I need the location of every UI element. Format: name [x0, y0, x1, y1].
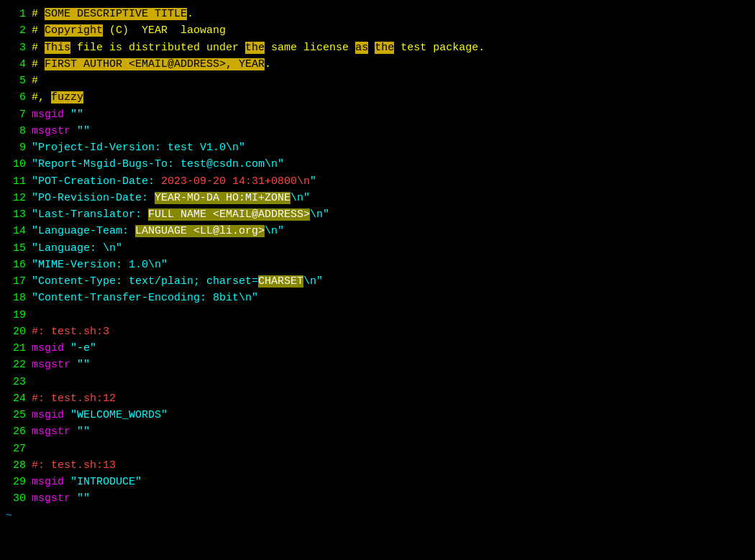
line-content: "POT-Creation-Date: 2023-09-20 14:31+080… [32, 173, 749, 190]
code-line: 10"Report-Msgid-Bugs-To: test@csdn.com\n… [0, 156, 755, 173]
line-number: 16 [6, 257, 26, 273]
code-token: "PO-Revision-Date: [32, 192, 155, 204]
line-number: 18 [6, 290, 26, 306]
code-token: # [32, 8, 45, 20]
line-content: msgstr "" [32, 490, 749, 507]
line-content: #: test.sh:12 [32, 390, 749, 407]
code-editor: 1# SOME DESCRIPTIVE TITLE.2# Copyright (… [0, 6, 755, 508]
code-token: msgid [32, 109, 64, 121]
code-token: " [310, 175, 316, 188]
code-token: This [45, 42, 70, 54]
line-content: msgid "INTRODUCE" [32, 474, 749, 490]
code-token: \n" [310, 208, 329, 221]
code-token: msgid [32, 342, 64, 354]
line-content [32, 374, 749, 390]
line-number: 3 [6, 40, 26, 56]
code-line: 3# This file is distributed under the sa… [0, 40, 755, 56]
line-content: msgstr "" [32, 123, 749, 139]
line-number: 9 [6, 139, 26, 156]
code-token: "-e" [64, 342, 96, 354]
code-token: YEAR-MO-DA HO:MI+ZONE [155, 192, 290, 204]
code-token: "WELCOME_WORDS" [64, 409, 168, 421]
code-line: 12"PO-Revision-Date: YEAR-MO-DA HO:MI+ZO… [0, 190, 755, 206]
line-number: 22 [6, 357, 26, 373]
code-line: 26msgstr "" [0, 423, 755, 440]
line-number: 12 [6, 190, 26, 206]
line-content: #, fuzzy [32, 89, 749, 106]
line-content: msgid "WELCOME_WORDS" [32, 407, 749, 423]
code-token: Copyright [45, 24, 103, 37]
code-line: 4# FIRST AUTHOR <EMAIL@ADDRESS>, YEAR. [0, 56, 755, 73]
line-content: "Report-Msgid-Bugs-To: test@csdn.com\n" [32, 156, 749, 173]
code-token: "Last-Translator: [32, 208, 148, 221]
code-line: 11"POT-Creation-Date: 2023-09-20 14:31+0… [0, 173, 755, 190]
code-line: 1# SOME DESCRIPTIVE TITLE. [0, 6, 755, 22]
line-content: # Copyright (C) YEAR laowang [32, 22, 749, 39]
code-token: \n" [290, 192, 310, 204]
line-number: 27 [6, 441, 26, 457]
code-line: 24#: test.sh:12 [0, 390, 755, 407]
code-token: #: test.sh:3 [32, 326, 109, 338]
line-number: 6 [6, 89, 26, 106]
tilde-indicator: ~ [0, 508, 755, 524]
line-content: # FIRST AUTHOR <EMAIL@ADDRESS>, YEAR. [32, 56, 749, 73]
code-line: 8msgstr "" [0, 123, 755, 139]
code-line: 18"Content-Transfer-Encoding: 8bit\n" [0, 290, 755, 306]
code-token: "" [64, 109, 83, 121]
code-token: \n" [303, 275, 323, 288]
code-token: "INTRODUCE" [64, 476, 142, 488]
code-line: 23 [0, 374, 755, 390]
line-number: 17 [6, 273, 26, 290]
line-number: 26 [6, 423, 26, 440]
line-number: 11 [6, 173, 26, 190]
line-number: 28 [6, 457, 26, 474]
code-token: msgid [32, 409, 64, 421]
code-line: 7msgid "" [0, 106, 755, 123]
code-line: 30msgstr "" [0, 490, 755, 507]
code-token: "Language: \n" [32, 242, 122, 254]
code-token: "" [70, 492, 90, 505]
code-line: 15"Language: \n" [0, 240, 755, 257]
code-line: 2# Copyright (C) YEAR laowang [0, 22, 755, 39]
code-token: 2023-09-20 14:31+0800\n [161, 175, 310, 188]
code-line: 29msgid "INTRODUCE" [0, 474, 755, 490]
line-number: 25 [6, 407, 26, 423]
line-content: "Language-Team: LANGUAGE <LL@li.org>\n" [32, 223, 749, 239]
line-number: 8 [6, 123, 26, 139]
code-token: the [245, 42, 265, 54]
line-content: "Content-Transfer-Encoding: 8bit\n" [32, 290, 749, 306]
code-line: 16"MIME-Version: 1.0\n" [0, 257, 755, 273]
code-token: "Language-Team: [32, 225, 135, 237]
code-line: 22msgstr "" [0, 357, 755, 373]
line-content: #: test.sh:3 [32, 323, 749, 340]
line-content [32, 441, 749, 457]
code-line: 21msgid "-e" [0, 340, 755, 357]
code-token [368, 42, 375, 54]
line-number: 21 [6, 340, 26, 357]
code-token: FIRST AUTHOR <EMAIL@ADDRESS>, YEAR [45, 58, 265, 70]
code-token: "Project-Id-Version: test V1.0\n" [32, 142, 245, 154]
code-token: (C) YEAR laowang [103, 24, 226, 37]
line-content: msgstr "" [32, 423, 749, 440]
code-token: fuzzy [51, 91, 83, 104]
code-line: 20#: test.sh:3 [0, 323, 755, 340]
code-token: the [375, 42, 394, 54]
code-line: 19 [0, 307, 755, 323]
line-content: #: test.sh:13 [32, 457, 749, 474]
line-number: 1 [6, 6, 26, 22]
line-number: 23 [6, 374, 26, 390]
code-line: 27 [0, 441, 755, 457]
code-token: CHARSET [258, 275, 303, 288]
line-number: 2 [6, 22, 26, 39]
code-token: # [32, 42, 45, 54]
line-content: # SOME DESCRIPTIVE TITLE. [32, 6, 749, 22]
line-content: "Language: \n" [32, 240, 749, 257]
code-token: msgstr [32, 359, 70, 371]
code-token: as [355, 42, 368, 54]
code-token: "Content-Type: text/plain; charset= [32, 275, 258, 288]
line-number: 7 [6, 106, 26, 123]
line-content: msgid "" [32, 106, 749, 123]
code-token: . [265, 58, 271, 70]
code-token: file is distributed under [70, 42, 245, 54]
code-token: "Content-Transfer-Encoding: 8bit\n" [32, 292, 258, 304]
